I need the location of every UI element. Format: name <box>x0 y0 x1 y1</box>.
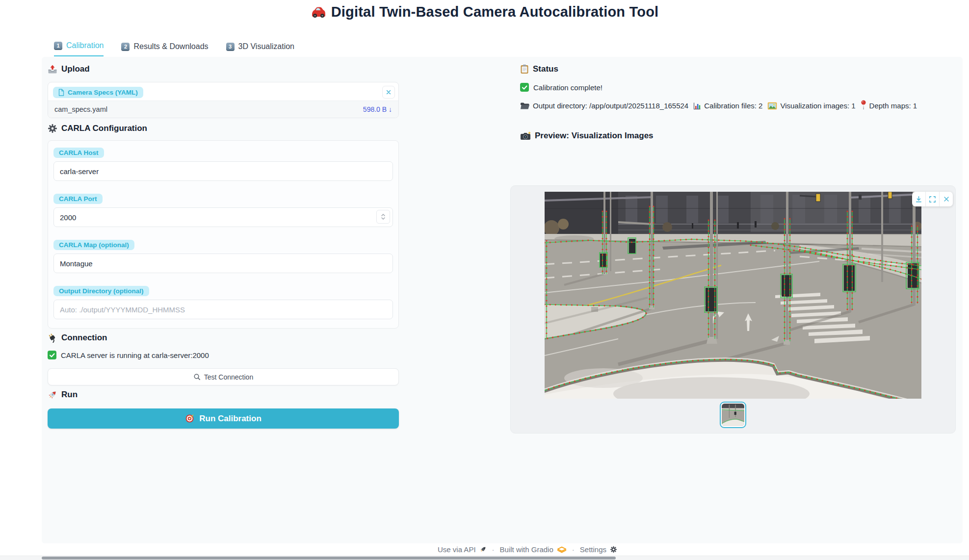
tab-3d-label: 3D Visualization <box>238 42 294 51</box>
config-panel: CARLA Host CARLA Port CARLA Map (optiona… <box>48 140 399 329</box>
field-output-directory: Output Directory (optional) <box>53 286 393 319</box>
upload-heading-text: Upload <box>61 64 90 74</box>
tab-results-downloads[interactable]: 2 Results & Downloads <box>121 42 208 56</box>
settings-label: Settings <box>580 545 606 554</box>
app-window: Digital Twin-Based Camera Autocalibratio… <box>0 0 969 560</box>
close-icon <box>943 196 950 203</box>
run-calibration-label: Run Calibration <box>199 414 262 424</box>
config-heading: CARLA Configuration <box>48 124 147 133</box>
carla-port-label: CARLA Port <box>53 194 103 204</box>
carla-host-label: CARLA Host <box>53 148 104 158</box>
test-connection-button[interactable]: Test Connection <box>48 368 399 385</box>
camera-flash-icon <box>520 131 531 140</box>
connection-heading-text: Connection <box>61 333 107 343</box>
output-directory-input[interactable] <box>53 300 393 319</box>
download-image-button[interactable] <box>912 192 925 206</box>
uploaded-file-name: cam_specs.yaml <box>54 105 107 113</box>
keycap-2-icon: 2 <box>121 43 130 51</box>
rocket-icon <box>48 390 57 400</box>
carla-host-input[interactable] <box>53 161 393 181</box>
fullscreen-button[interactable] <box>925 192 939 206</box>
carla-map-label: CARLA Map (optional) <box>53 240 134 250</box>
close-preview-button[interactable] <box>939 192 953 206</box>
tab-bar: 1 Calibration 2 Results & Downloads 3 3D… <box>54 41 294 56</box>
upload-heading: Upload <box>48 64 90 74</box>
target-icon <box>185 414 194 423</box>
horizontal-scrollbar-track[interactable] <box>0 556 969 560</box>
gallery-thumbnail-strip <box>511 402 955 428</box>
clipboard-icon <box>520 64 529 74</box>
footer-separator: · <box>572 545 575 554</box>
status-message-text: Calibration complete! <box>533 83 602 92</box>
file-upload-component: Camera Specs (YAML) cam_specs.yaml 598.0… <box>48 82 399 118</box>
gradio-logo-icon <box>557 546 567 553</box>
outbox-tray-icon <box>48 64 57 74</box>
file-type-label: Camera Specs (YAML) <box>68 89 138 96</box>
footer-separator: · <box>492 545 495 554</box>
status-heading-text: Status <box>533 64 558 74</box>
plug-icon <box>48 333 57 343</box>
file-icon <box>58 89 64 96</box>
visualization-image[interactable] <box>545 192 921 399</box>
download-arrow-icon: ↓ <box>389 105 392 113</box>
folder-icon <box>520 102 530 110</box>
stepper-arrows-icon <box>381 213 386 220</box>
number-stepper[interactable] <box>376 210 390 224</box>
built-with-gradio-link[interactable]: Built with Gradio <box>500 545 567 554</box>
preview-heading-text: Preview: Visualization Images <box>535 131 654 141</box>
close-icon <box>386 89 392 95</box>
status-message: Calibration complete! <box>520 83 602 92</box>
page-title: Digital Twin-Based Camera Autocalibratio… <box>0 4 969 20</box>
visualization-gallery <box>510 185 956 433</box>
tab-calibration[interactable]: 1 Calibration <box>54 41 104 56</box>
keycap-3-icon: 3 <box>226 43 235 51</box>
file-download-link[interactable]: 598.0 B ↓ <box>363 105 392 113</box>
thumbnail-graphic <box>722 404 744 426</box>
horizontal-scrollbar-thumb[interactable] <box>42 557 616 560</box>
preview-heading: Preview: Visualization Images <box>520 131 654 141</box>
clear-file-button[interactable] <box>382 86 395 99</box>
carla-scene-graphic <box>545 192 921 399</box>
bar-chart-icon <box>693 102 701 110</box>
tab-3d-visualization[interactable]: 3 3D Visualization <box>226 42 294 56</box>
connection-status-text: CARLA server is running at carla-server:… <box>61 351 209 359</box>
uploaded-file-row[interactable]: cam_specs.yaml 598.0 B ↓ <box>48 101 398 118</box>
gear-icon <box>48 124 57 133</box>
page-title-text: Digital Twin-Based Camera Autocalibratio… <box>331 4 659 20</box>
field-carla-port: CARLA Port <box>53 194 393 227</box>
run-heading: Run <box>48 390 78 400</box>
settings-link[interactable]: Settings <box>580 545 617 554</box>
gear-icon <box>610 546 617 553</box>
search-icon <box>193 373 201 381</box>
image-toolbar <box>912 192 953 206</box>
footer: Use via API · Built with Gradio · Settin… <box>438 545 617 554</box>
connection-heading: Connection <box>48 333 107 343</box>
check-icon <box>48 351 56 359</box>
api-rocket-icon <box>479 546 487 553</box>
use-via-api-link[interactable]: Use via API <box>438 545 487 554</box>
check-icon <box>520 83 529 92</box>
tab-results-label: Results & Downloads <box>133 42 208 51</box>
pin-icon <box>861 100 866 110</box>
use-via-api-label: Use via API <box>438 545 476 554</box>
status-details: Output directory: /app/output/20251118_1… <box>520 100 922 112</box>
gallery-thumbnail[interactable] <box>720 402 746 428</box>
detail-depth-maps: Depth maps: 1 <box>869 102 917 110</box>
test-connection-label: Test Connection <box>204 373 253 381</box>
output-directory-label: Output Directory (optional) <box>53 286 149 296</box>
file-type-badge: Camera Specs (YAML) <box>53 87 143 98</box>
picture-icon <box>767 102 777 110</box>
fullscreen-icon <box>929 196 936 203</box>
config-heading-text: CARLA Configuration <box>61 124 147 133</box>
car-icon <box>311 6 326 19</box>
keycap-1-icon: 1 <box>54 42 62 50</box>
carla-port-input[interactable] <box>53 207 393 227</box>
detail-visualization-images: Visualization images: 1 <box>780 102 855 110</box>
connection-status: CARLA server is running at carla-server:… <box>48 351 209 359</box>
carla-map-input[interactable] <box>53 254 393 273</box>
download-icon <box>915 196 922 203</box>
detail-output-directory: Output directory: /app/output/20251118_1… <box>533 102 688 110</box>
run-heading-text: Run <box>61 390 78 400</box>
run-calibration-button[interactable]: Run Calibration <box>48 408 399 429</box>
detail-calibration-files: Calibration files: 2 <box>704 102 762 110</box>
